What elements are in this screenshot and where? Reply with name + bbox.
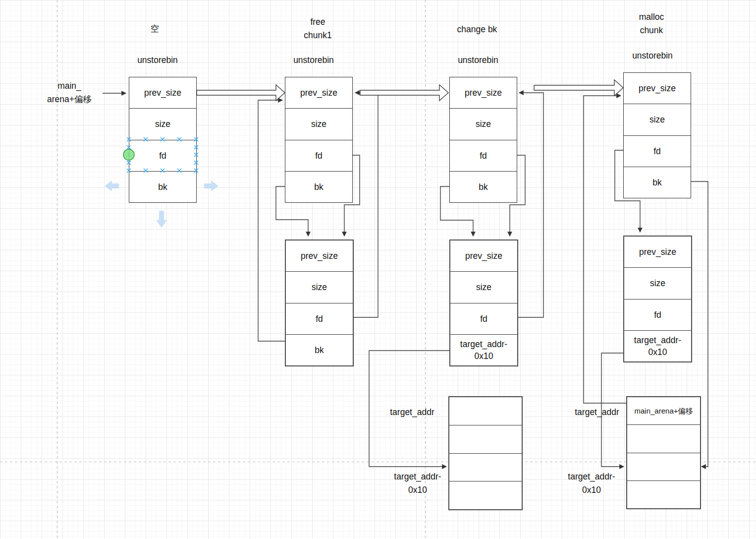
col2-chunk-top-box[interactable]: prev_size size fd bk	[285, 77, 353, 203]
col4-top-cell-bk[interactable]: bk	[624, 167, 691, 198]
hollow-arrow-col2-col3[interactable]	[360, 85, 448, 101]
col4-chunk-top-box[interactable]: prev_size size fd bk	[623, 72, 691, 198]
col2-top-cell-size[interactable]: size	[285, 109, 352, 140]
col3-top-cell-fd[interactable]: fd	[450, 140, 517, 172]
col4-top-cell-fd[interactable]: fd	[624, 136, 691, 167]
col2-bottom-cell-prev-size[interactable]: prev_size	[286, 240, 353, 272]
col2-title[interactable]: free chunk1	[284, 15, 351, 42]
target-right-cell-3[interactable]	[627, 481, 700, 508]
col3-top-cell-size[interactable]: size	[450, 109, 517, 140]
target-addr-label-right[interactable]: target_addr	[560, 406, 634, 419]
target-addr-minus10-label-right[interactable]: target_addr- 0x10	[554, 470, 629, 497]
target-right-cell-main-arena[interactable]: main_arena+偏移	[627, 397, 700, 425]
col2-top-cell-fd[interactable]: fd	[285, 140, 352, 172]
col2-bottom-cell-fd[interactable]: fd	[286, 303, 353, 335]
target-mid-cell-1[interactable]	[449, 425, 522, 454]
col1-cell-prev-size[interactable]: prev_size	[129, 77, 196, 109]
col3-bin-label[interactable]: unstorebin	[444, 54, 512, 67]
col1-cell-size[interactable]: size	[129, 109, 196, 140]
col3-chunk-top-box[interactable]: prev_size size fd bk	[449, 77, 517, 203]
col4-bin-label[interactable]: unstorebin	[619, 49, 686, 62]
col2-top-cell-prev-size[interactable]: prev_size	[285, 77, 352, 109]
connector-col2-bk-up[interactable]	[258, 100, 285, 341]
col3-bottom-cell-prev-size[interactable]: prev_size	[450, 240, 517, 272]
col4-top-cell-prev-size[interactable]: prev_size	[624, 73, 691, 104]
col3-top-cell-bk[interactable]: bk	[450, 172, 517, 202]
col3-bottom-cell-target-addr[interactable]: target_addr- 0x10	[450, 335, 517, 365]
col4-bottom-cell-prev-size[interactable]: prev_size	[624, 237, 691, 268]
col1-title[interactable]: 空	[121, 22, 188, 36]
col3-bottom-cell-size[interactable]: size	[450, 272, 517, 303]
col4-chunk-bottom-box[interactable]: prev_size size fd target_addr- 0x10	[623, 236, 692, 362]
col4-top-cell-size[interactable]: size	[624, 104, 691, 135]
col4-title[interactable]: malloc chunk	[618, 10, 685, 37]
col1-cell-fd[interactable]: fd	[129, 140, 196, 172]
col2-bottom-cell-bk[interactable]: bk	[286, 335, 353, 365]
col1-bin-label[interactable]: unstorebin	[124, 54, 191, 67]
target-addr-label-middle[interactable]: target_addr	[375, 406, 449, 419]
hollow-arrow-col3-col4[interactable]	[534, 80, 623, 96]
diagram-canvas: { "canvas": { "grid_minor_color": "#f6f6…	[0, 0, 756, 539]
col3-top-cell-prev-size[interactable]: prev_size	[450, 77, 517, 109]
col2-top-cell-bk[interactable]: bk	[285, 172, 352, 202]
col4-bottom-cell-size[interactable]: size	[624, 268, 691, 299]
target-addr-minus10-label-middle[interactable]: target_addr- 0x10	[380, 470, 455, 497]
connector-targetbox-to-col4-prev[interactable]	[584, 96, 626, 403]
target-right-cell-2[interactable]	[627, 453, 700, 481]
col3-bottom-cell-fd[interactable]: fd	[450, 303, 517, 335]
col4-bottom-cell-fd[interactable]: fd	[624, 299, 691, 331]
col2-bin-label[interactable]: unstorebin	[280, 54, 347, 67]
col3-title[interactable]: change bk	[436, 23, 518, 36]
col1-chunk-box[interactable]: prev_size size fd bk	[129, 77, 197, 203]
target-memory-box-middle[interactable]	[448, 396, 523, 510]
col1-cell-bk[interactable]: bk	[129, 172, 196, 202]
hollow-arrow-col1-col2[interactable]	[197, 85, 285, 101]
target-mid-cell-2[interactable]	[449, 454, 522, 482]
target-right-cell-1[interactable]	[627, 425, 700, 453]
target-mid-cell-0[interactable]	[449, 397, 522, 425]
col2-chunk-bottom-box[interactable]: prev_size size fd bk	[285, 240, 354, 366]
target-memory-box-right[interactable]: main_arena+偏移	[626, 396, 701, 509]
main-arena-pointer-label[interactable]: main_ arena+偏移	[33, 79, 106, 106]
col4-bottom-cell-target-addr[interactable]: target_addr- 0x10	[624, 331, 691, 361]
col2-bottom-cell-size[interactable]: size	[286, 272, 353, 303]
col3-chunk-bottom-box[interactable]: prev_size size fd target_addr- 0x10	[449, 240, 518, 366]
target-mid-cell-3[interactable]	[449, 481, 522, 509]
